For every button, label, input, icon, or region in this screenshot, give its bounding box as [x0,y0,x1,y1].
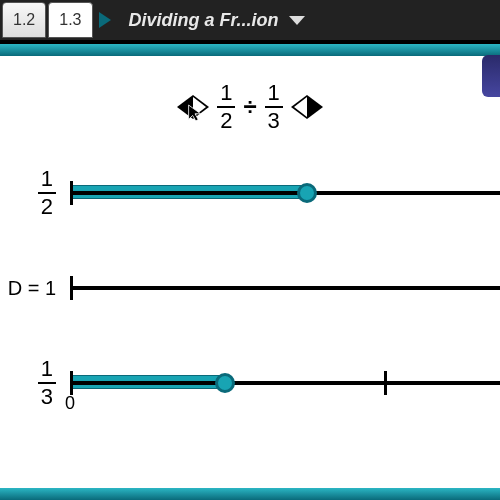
right-stepper[interactable] [291,95,323,119]
numerator: 1 [265,82,283,108]
left-stepper[interactable] [177,95,209,119]
work-area: 1 2 ÷ 1 3 12 D = 1 13 [0,56,500,408]
chevron-right-icon [99,12,111,28]
triangle-right-solid-icon [307,95,323,119]
axis-line [70,191,500,195]
number-line[interactable]: 0 [70,363,500,403]
expression-row: 1 2 ÷ 1 3 [0,82,500,132]
denominator: 2 [220,108,232,132]
tab-1-3[interactable]: 1.3 [48,2,92,38]
line-row-dividend: 12 [0,168,500,218]
dropdown-icon[interactable] [289,16,305,25]
line-label: D = 1 [0,277,70,300]
slider-knob[interactable] [215,373,235,393]
line-row-d: D = 1 [0,268,500,308]
axis-line [70,286,500,290]
triangle-left-hollow-icon [291,95,307,119]
divisor-fraction: 1 3 [265,82,283,132]
line-label: 12 [0,168,70,218]
slider-knob[interactable] [297,183,317,203]
tick-mark [384,371,387,395]
number-line[interactable] [70,268,500,308]
divide-operator: ÷ [243,93,256,121]
top-accent-bar [0,44,500,56]
line-row-divisor: 13 0 [0,358,500,408]
axis-line [70,381,500,385]
line-label: 13 [0,358,70,408]
numerator: 1 [217,82,235,108]
zero-label: 0 [65,393,75,414]
cursor-icon [187,103,203,123]
denominator: 3 [268,108,280,132]
tab-label: 1.3 [59,11,81,29]
dividend-fraction: 1 2 [217,82,235,132]
title-bar: 1.2 1.3 Dividing a Fr...ion [0,0,500,44]
page-title: Dividing a Fr...ion [129,10,279,31]
tab-label: 1.2 [13,11,35,29]
number-line[interactable] [70,173,500,213]
bottom-accent-bar [0,488,500,500]
tab-1-2[interactable]: 1.2 [2,2,46,38]
